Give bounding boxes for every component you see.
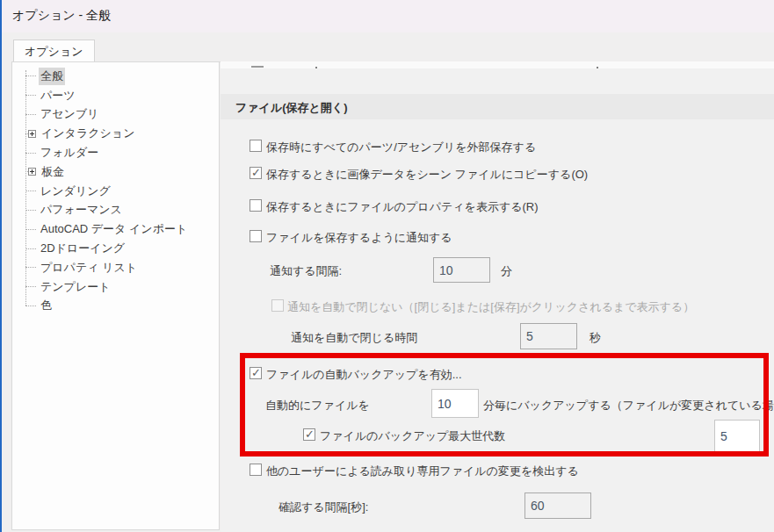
show-properties-checkbox[interactable] <box>250 199 262 212</box>
expand-plus-icon[interactable] <box>28 168 36 176</box>
sidebar-item-11[interactable]: テンプレート <box>12 277 219 297</box>
tree-connector <box>25 153 36 154</box>
tree-connector <box>25 210 36 211</box>
clipped-text-remnant <box>315 67 317 68</box>
check-interval-input[interactable] <box>524 492 591 519</box>
sidebar-item-label: AutoCAD データ インポート <box>39 220 189 238</box>
clipped-text-remnant <box>597 67 598 68</box>
backup-generations-checkbox[interactable] <box>303 428 315 441</box>
copy-image-data-checkbox[interactable] <box>250 167 262 179</box>
notify-save-label: ファイルを保存するように通知する <box>266 230 452 246</box>
backup-interval-input[interactable] <box>431 389 479 418</box>
tree-connector <box>25 75 36 76</box>
sidebar-item-label: 板金 <box>40 163 66 181</box>
tree-connector <box>25 191 36 191</box>
sidebar-item-8[interactable]: AutoCAD データ インポート <box>12 219 219 239</box>
sidebar-item-9[interactable]: 2Dドローイング <box>12 239 219 258</box>
notify-autoclose-time-unit: 秒 <box>590 330 601 346</box>
notify-no-autoclose-label: 通知を自動で閉じない（[閉じる]または[保存]がクリックされるまで表示する） <box>287 299 694 315</box>
general-settings-panel: ファイル(保存と開く) 保存時にすべてのパーツ/アセンブリを外部保存する 保存す… <box>221 61 774 532</box>
sidebar-item-5[interactable]: 板金 <box>12 162 219 182</box>
copy-image-data-label: 保存するときに画像データをシーン ファイルにコピーする(O) <box>266 167 588 183</box>
tab-strip: オプション <box>2 32 774 61</box>
window-title: オプション - 全般 <box>12 8 111 24</box>
clipped-row-strip <box>221 61 774 68</box>
sidebar-item-1[interactable]: パーツ <box>12 86 219 105</box>
section-header-file-save-open: ファイル(保存と開く) <box>221 94 774 119</box>
section-header-label: ファイル(保存と開く) <box>235 100 348 116</box>
sidebar-item-label: インタラクション <box>40 125 136 142</box>
tab-options-label: オプション <box>25 44 83 60</box>
backup-enable-label: ファイルの自動バックアップを有効... <box>266 367 462 383</box>
window-accent-edge <box>0 0 2 532</box>
tree-connector <box>25 267 36 268</box>
sidebar-item-label: プロパティ リスト <box>39 259 139 277</box>
tree-connector <box>25 248 36 249</box>
notify-no-autoclose-checkbox[interactable] <box>271 299 284 312</box>
notify-autoclose-time-input[interactable] <box>520 323 577 349</box>
show-properties-label: 保存するときにファイルのプロパティを表示する(R) <box>266 199 539 215</box>
sidebar-item-6[interactable]: レンダリング <box>12 182 219 201</box>
sidebar-item-10[interactable]: プロパティ リスト <box>12 258 219 277</box>
tree-connector <box>25 229 36 230</box>
sidebar-item-4[interactable]: フォルダー <box>12 143 219 162</box>
notify-autoclose-time-label: 通知を自動で閉じる時間 <box>291 330 417 346</box>
sidebar-item-label: フォルダー <box>39 144 100 162</box>
tree-items: 全般パーツアセンブリインタラクションフォルダー板金レンダリングパフォーマンスAu… <box>12 67 219 315</box>
sidebar-item-label: 2Dドローイング <box>39 240 127 257</box>
sidebar-item-label: 全般 <box>39 68 65 85</box>
sidebar-item-3[interactable]: インタラクション <box>12 124 219 143</box>
notify-interval-unit: 分 <box>501 263 512 279</box>
tree-connector <box>25 114 36 115</box>
detect-readonly-checkbox[interactable] <box>250 464 262 476</box>
tree-connector <box>25 306 36 306</box>
backup-generations-input[interactable] <box>714 420 760 452</box>
clipped-checkbox-remnant <box>251 66 264 68</box>
backup-enable-checkbox[interactable] <box>250 367 262 379</box>
detect-readonly-label: 他のユーザーによる読み取り専用ファイルの変更を検出する <box>266 464 579 479</box>
sidebar-item-label: レンダリング <box>39 183 112 200</box>
category-tree: 全般パーツアセンブリインタラクションフォルダー板金レンダリングパフォーマンスAu… <box>11 62 220 530</box>
tree-connector <box>25 95 36 96</box>
sidebar-item-label: アセンブリ <box>39 105 101 123</box>
sidebar-item-12[interactable]: 色 <box>12 297 219 316</box>
sidebar-item-0[interactable]: 全般 <box>12 67 219 86</box>
notify-interval-label: 通知する間隔: <box>270 263 342 279</box>
sidebar-item-label: パーツ <box>39 87 77 104</box>
check-interval-label: 確認する間隔[秒]: <box>278 500 368 515</box>
tree-connector <box>25 286 36 287</box>
sidebar-item-label: テンプレート <box>39 278 112 296</box>
sidebar-item-label: パフォーマンス <box>39 201 124 219</box>
save-external-checkbox[interactable] <box>250 140 262 152</box>
titlebar: オプション - 全般 <box>2 0 774 32</box>
sidebar-item-label: 色 <box>39 297 54 314</box>
expand-plus-icon[interactable] <box>28 130 36 138</box>
sidebar-item-7[interactable]: パフォーマンス <box>12 201 219 220</box>
backup-interval-label: 自動的にファイルを <box>265 398 370 413</box>
sidebar-item-2[interactable]: アセンブリ <box>12 105 219 125</box>
backup-generations-label: ファイルのバックアップ最大世代数 <box>320 428 505 444</box>
backup-interval-suffix: 分毎にバックアップする（ファイルが変更されている場合） <box>483 398 774 413</box>
options-dialog: オプション - 全般 オプション 全般パーツアセンブリインタラクションフォルダー… <box>0 0 774 532</box>
notify-save-checkbox[interactable] <box>250 230 262 242</box>
notify-interval-input[interactable] <box>433 257 490 283</box>
tab-options[interactable]: オプション <box>13 40 95 62</box>
save-external-label: 保存時にすべてのパーツ/アセンブリを外部保存する <box>266 140 536 155</box>
